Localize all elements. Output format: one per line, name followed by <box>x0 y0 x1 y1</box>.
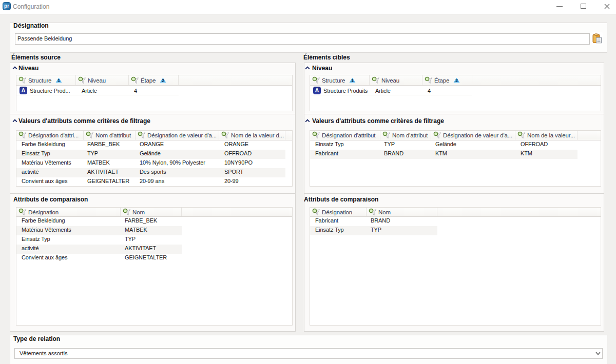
svg-text:2: 2 <box>162 78 165 83</box>
svg-text:2: 2 <box>456 78 458 83</box>
svg-text:1: 1 <box>352 78 354 83</box>
svg-text:1: 1 <box>58 78 61 83</box>
